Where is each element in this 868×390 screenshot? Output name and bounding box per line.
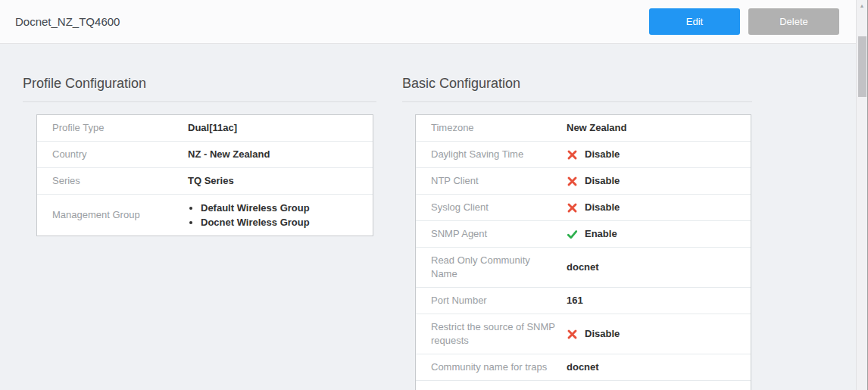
row-value: Disable: [567, 321, 751, 347]
delete-button[interactable]: Delete: [748, 8, 839, 35]
row-value: Disable: [567, 195, 751, 220]
row-value: docnet: [567, 254, 751, 280]
table-row-read-only-community: Read Only Community Name docnet: [416, 248, 751, 288]
table-row-management-group: Management Group Default Wireless Group …: [37, 195, 373, 236]
x-icon: [567, 329, 578, 340]
content-area: Profile Configuration Profile Type Dual[…: [0, 44, 867, 390]
check-icon: [567, 229, 578, 240]
row-value: Default Wireless Group Docnet Wireless G…: [188, 195, 373, 236]
row-value: Disable: [567, 168, 751, 194]
scrollbar-up-arrow-icon[interactable]: ▲: [857, 2, 867, 10]
row-value: 161: [567, 288, 751, 314]
table-row-series: Series TQ Series: [37, 168, 373, 195]
scrollbar-thumb[interactable]: [858, 36, 866, 97]
row-label: NTP Client: [416, 168, 567, 194]
basic-configuration-section: Basic Configuration Timezone New Zealand…: [402, 76, 752, 390]
row-label: Country: [37, 142, 188, 167]
vertical-scrollbar[interactable]: ▲: [856, 0, 867, 390]
status-text: Disable: [585, 174, 620, 188]
row-label: Timezone: [416, 115, 567, 141]
profile-configuration-table: Profile Type Dual[11ac] Country NZ - New…: [36, 114, 373, 236]
row-label: Management Group: [37, 202, 188, 228]
header-bar: Docnet_NZ_TQ4600 Edit Delete: [0, 0, 867, 44]
table-row-syslog-client: Syslog Client Disable: [416, 195, 751, 221]
section-title-profile: Profile Configuration: [23, 76, 376, 102]
table-row-timezone: Timezone New Zealand: [416, 115, 751, 142]
table-row-port-number: Port Number 161: [416, 288, 751, 314]
status-text: Disable: [585, 327, 620, 341]
status-text: Disable: [585, 148, 620, 161]
row-label: Restrict the source of SNMP requests: [416, 314, 567, 354]
edit-button[interactable]: Edit: [649, 8, 740, 35]
row-label: Read Only Community Name: [416, 248, 567, 287]
x-icon: [567, 176, 578, 187]
table-row-restrict-snmp-source: Restrict the source of SNMP requests Dis…: [416, 314, 751, 354]
link-section-header: Link: [416, 381, 751, 390]
row-label: Series: [37, 168, 188, 194]
table-row-daylight-saving: Daylight Saving Time Disable: [416, 142, 751, 168]
row-value: New Zealand: [567, 115, 751, 141]
row-label: Profile Type: [37, 115, 188, 141]
row-label: Port Number: [416, 288, 567, 314]
table-row-snmp-agent: SNMP Agent Enable: [416, 221, 751, 248]
row-value: docnet: [567, 354, 751, 380]
row-value: Enable: [567, 221, 751, 247]
management-group-list: Default Wireless Group Docnet Wireless G…: [188, 201, 310, 229]
x-icon: [567, 149, 578, 161]
section-title-basic: Basic Configuration: [402, 76, 752, 102]
row-value: TQ Series: [188, 168, 373, 194]
x-icon: [567, 202, 578, 214]
row-label: SNMP Agent: [416, 221, 567, 247]
table-row-ntp-client: NTP Client Disable: [416, 168, 751, 195]
row-label: Daylight Saving Time: [416, 142, 567, 167]
row-label: Community name for traps: [416, 354, 567, 380]
row-label: Syslog Client: [416, 195, 567, 220]
status-text: Disable: [585, 201, 620, 214]
status-text: Enable: [585, 227, 617, 241]
basic-configuration-table: Timezone New Zealand Daylight Saving Tim…: [415, 114, 751, 390]
table-row-community-name-traps: Community name for traps docnet: [416, 354, 751, 381]
list-item: Docnet Wireless Group: [201, 215, 310, 229]
list-item: Default Wireless Group: [201, 201, 310, 215]
row-value: Disable: [567, 142, 751, 167]
row-value: Dual[11ac]: [188, 115, 373, 141]
table-row-profile-type: Profile Type Dual[11ac]: [37, 115, 373, 142]
page-title: Docnet_NZ_TQ4600: [15, 15, 649, 28]
row-value: NZ - New Zealand: [188, 142, 373, 167]
profile-configuration-section: Profile Configuration Profile Type Dual[…: [23, 76, 376, 390]
table-row-country: Country NZ - New Zealand: [37, 142, 373, 168]
